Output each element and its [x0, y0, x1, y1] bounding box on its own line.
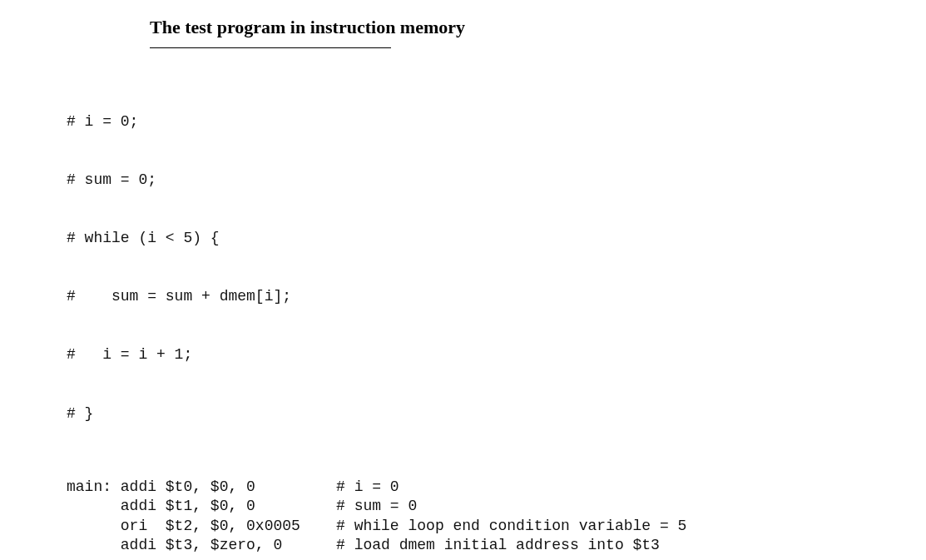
asm-comment: # load dmem initial address into $t3 [336, 537, 660, 553]
asm-instruction: addi $t3, $zero, 0 [121, 537, 336, 553]
pseudocode-line: # while (i < 5) { [67, 229, 884, 248]
title-underline [150, 47, 391, 48]
pseudocode-line: # } [67, 404, 884, 424]
asm-label [67, 518, 121, 534]
asm-label [67, 537, 121, 553]
pseudocode-line: # i = i + 1; [67, 345, 884, 364]
asm-instruction: addi $t0, $0, 0 [121, 478, 336, 495]
title-block: The test program in instruction memory [150, 17, 884, 48]
spacer [67, 555, 884, 560]
spacer [67, 463, 884, 478]
page-title: The test program in instruction memory [150, 17, 884, 38]
asm-comment: # i = 0 [336, 478, 399, 495]
asm-line: addi $t1, $0, 0 # sum = 0 [67, 497, 884, 516]
pseudocode-block: # i = 0; # sum = 0; # while (i < 5) { # … [67, 73, 884, 463]
asm-comment: # sum = 0 [336, 498, 417, 514]
pseudocode-line: # sum = sum + dmem[i]; [67, 287, 884, 306]
asm-label: main: [67, 478, 121, 495]
asm-line: main: addi $t0, $0, 0 # i = 0 [67, 478, 884, 497]
pseudocode-line: # sum = 0; [67, 171, 884, 190]
asm-label [67, 498, 121, 514]
asm-instruction: addi $t1, $0, 0 [121, 498, 336, 514]
document-container: The test program in instruction memory #… [0, 0, 926, 560]
assembly-block: main: addi $t0, $0, 0 # i = 0 addi $t1, … [67, 478, 884, 560]
pseudocode-line: # i = 0; [67, 112, 884, 131]
asm-line: addi $t3, $zero, 0 # load dmem initial a… [67, 536, 884, 555]
asm-instruction: ori $t2, $0, 0x0005 [121, 518, 336, 534]
asm-line: ori $t2, $0, 0x0005 # while loop end con… [67, 517, 884, 536]
asm-comment: # while loop end condition variable = 5 [336, 518, 686, 534]
